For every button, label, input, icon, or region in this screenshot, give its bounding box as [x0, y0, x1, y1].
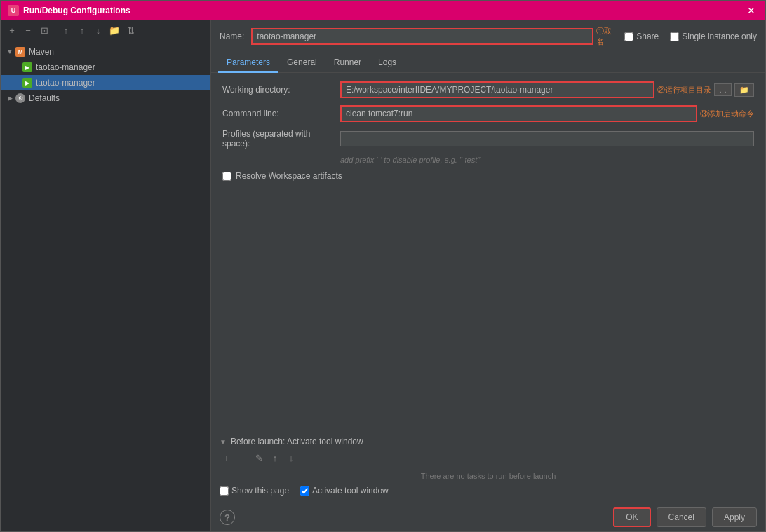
tab-general[interactable]: General: [278, 53, 325, 73]
command-line-label: Command line:: [222, 109, 335, 118]
tab-runner[interactable]: Runner: [325, 53, 370, 73]
profiles-input[interactable]: [340, 131, 754, 146]
name-input[interactable]: [251, 28, 593, 45]
before-launch-header: ▼ Before launch: Activate tool window: [220, 437, 757, 446]
tabs-bar: Parameters General Runner Logs: [211, 53, 765, 73]
defaults-icon: ⚙: [15, 93, 26, 104]
tree-node-maven[interactable]: ▼ M Maven: [1, 44, 210, 60]
expand-arrow: ▼: [5, 47, 15, 57]
command-line-row: Command line: ③添加启动命令: [222, 105, 754, 122]
move-up-button[interactable]: ↑: [75, 24, 89, 38]
folder-button[interactable]: 📁: [107, 24, 121, 38]
single-instance-group: Single instance only: [670, 32, 757, 41]
tab-logs[interactable]: Logs: [370, 53, 405, 73]
before-launch-add-button[interactable]: +: [220, 451, 234, 465]
share-checkbox[interactable]: [624, 32, 633, 41]
parameters-form: Working directory: ②运行项目目录 … 📁 Command l…: [211, 73, 765, 432]
profiles-label: Profiles (separated with space):: [222, 129, 335, 149]
ok-button[interactable]: OK: [613, 507, 650, 527]
resolve-row: Resolve Workspace artifacts: [222, 171, 754, 181]
activate-tool-group: Activate tool window: [300, 486, 389, 496]
resolve-checkbox[interactable]: [222, 172, 231, 181]
show-page-label[interactable]: Show this page: [231, 486, 289, 496]
working-dir-input[interactable]: [340, 81, 654, 98]
close-button[interactable]: ✕: [744, 5, 758, 16]
working-dir-row: Working directory: ②运行项目目录 … 📁: [222, 81, 754, 98]
before-launch-title: Before launch: Activate tool window: [231, 437, 363, 446]
working-dir-browse-button[interactable]: …: [714, 83, 732, 96]
defaults-label: Defaults: [29, 93, 60, 103]
sidebar-toolbar: + − ⊡ ↑ ↑ ↓ 📁 ⇅: [1, 20, 210, 41]
before-launch-options: Show this page Activate tool window: [220, 483, 757, 498]
config2-icon: ▶: [22, 77, 33, 88]
maven-icon: M: [15, 46, 26, 57]
copy-config-button[interactable]: ⊡: [37, 24, 51, 38]
before-launch-section: ▼ Before launch: Activate tool window + …: [211, 432, 765, 503]
activate-tool-checkbox[interactable]: [300, 486, 309, 496]
config-tree: ▼ M Maven ▶ taotao-manager ▶: [1, 41, 210, 531]
name-annotation: ①取名: [596, 26, 618, 47]
action-buttons: OK Cancel Apply: [613, 507, 757, 527]
share-config-button[interactable]: ↑: [59, 24, 73, 38]
app-icon: U: [8, 5, 19, 16]
name-label: Name:: [220, 32, 244, 41]
move-down-button[interactable]: ↓: [91, 24, 105, 38]
maven-label: Maven: [29, 47, 54, 57]
help-button[interactable]: ?: [220, 510, 235, 525]
command-line-input[interactable]: [340, 105, 697, 122]
show-page-checkbox[interactable]: [220, 486, 229, 496]
command-line-annotation: ③添加启动命令: [700, 109, 754, 119]
config2-label: taotao-manager: [36, 78, 95, 88]
single-instance-label[interactable]: Single instance only: [682, 32, 757, 41]
tree-node-config2[interactable]: ▶ taotao-manager: [1, 75, 210, 90]
sort-button[interactable]: ⇅: [123, 24, 137, 38]
before-launch-edit-button[interactable]: ✎: [252, 451, 266, 465]
before-launch-toolbar: + − ✎ ↑ ↓: [220, 451, 757, 465]
config1-label: taotao-manager: [36, 62, 95, 72]
share-checkbox-group: Share: [624, 32, 659, 41]
profiles-hint: add prefix '-' to disable profile, e.g. …: [222, 156, 754, 164]
tree-node-config1[interactable]: ▶ taotao-manager: [1, 60, 210, 75]
working-dir-annotation: ②运行项目目录: [657, 85, 711, 95]
before-launch-down-button[interactable]: ↓: [284, 451, 298, 465]
config1-icon: ▶: [22, 62, 33, 73]
share-area: Share Single instance only: [624, 32, 757, 41]
activate-tool-label[interactable]: Activate tool window: [312, 486, 389, 496]
single-instance-checkbox[interactable]: [670, 32, 679, 41]
before-launch-remove-button[interactable]: −: [236, 451, 250, 465]
name-bar: Name: ①取名 Share Single instance only: [211, 20, 765, 53]
tree-node-defaults[interactable]: ▶ ⚙ Defaults: [1, 90, 210, 106]
working-dir-label: Working directory:: [222, 85, 335, 95]
remove-config-button[interactable]: −: [21, 24, 35, 38]
before-launch-up-button[interactable]: ↑: [268, 451, 282, 465]
before-launch-empty: There are no tasks to run before launch: [220, 469, 757, 483]
working-dir-folder-button[interactable]: 📁: [734, 83, 754, 97]
add-config-button[interactable]: +: [5, 24, 19, 38]
title-bar: U Run/Debug Configurations ✕: [1, 1, 765, 20]
profiles-row: Profiles (separated with space):: [222, 129, 754, 149]
cancel-button[interactable]: Cancel: [657, 507, 706, 527]
show-page-group: Show this page: [220, 486, 289, 496]
share-label[interactable]: Share: [636, 32, 659, 41]
tab-parameters[interactable]: Parameters: [218, 53, 278, 73]
right-panel: Name: ①取名 Share Single instance only: [211, 20, 765, 531]
apply-button[interactable]: Apply: [712, 507, 757, 527]
bottom-bar: ? OK Cancel Apply: [211, 503, 765, 531]
window-title: Run/Debug Configurations: [23, 6, 130, 15]
defaults-arrow: ▶: [5, 93, 15, 103]
resolve-label[interactable]: Resolve Workspace artifacts: [236, 171, 342, 181]
sidebar: + − ⊡ ↑ ↑ ↓ 📁 ⇅ ▼ M Maven: [1, 20, 211, 531]
toolbar-separator: [55, 25, 55, 36]
before-launch-arrow[interactable]: ▼: [220, 438, 227, 446]
